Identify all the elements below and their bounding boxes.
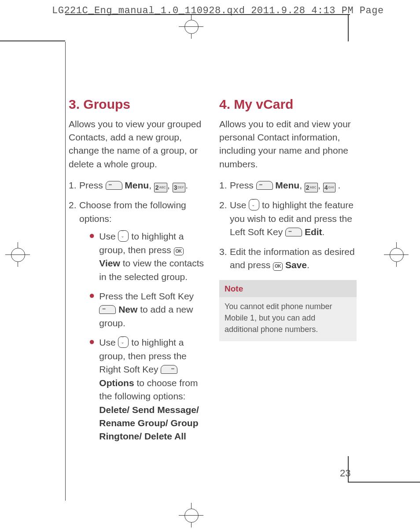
groups-step-2: 2. Choose from the following options: ● … <box>69 199 206 449</box>
key-2-icon: 2ABC <box>154 183 167 192</box>
left-soft-key-icon <box>256 181 273 190</box>
step-number: 1. <box>219 179 230 192</box>
vcard-step-2: 2. Use to highlight the feature you wish… <box>219 199 357 239</box>
bullet-dot-icon: ● <box>89 290 95 330</box>
text: . <box>322 227 325 237</box>
options-list: Delete/ Send Message/ Rename Group/ Grou… <box>99 405 199 442</box>
text: , <box>167 180 173 190</box>
groups-step-1: 1. Press Menu, 2ABC, 3DEF. <box>69 179 206 192</box>
left-soft-key-icon <box>106 181 122 190</box>
text: , <box>299 180 305 190</box>
intro-groups: Allows you to view your grouped Contacts… <box>69 118 206 171</box>
step-number: 2. <box>69 199 79 449</box>
text: Use <box>99 337 118 347</box>
bullet-dot-icon: ● <box>89 230 95 284</box>
crop-line-tr <box>348 14 349 41</box>
step-body: Press Menu, 2ABC, 3DEF. <box>79 179 206 192</box>
crop-line-top <box>65 14 350 15</box>
bullet-item: ● Use to highlight a group, then press O… <box>79 230 206 284</box>
options-label: Options <box>99 378 134 388</box>
text: , <box>149 180 154 190</box>
nav-key-icon <box>118 230 129 242</box>
step-number: 2. <box>219 199 230 239</box>
step-number: 3. <box>219 245 230 272</box>
note-body: You cannot edit phone number Mobile 1, b… <box>219 297 357 341</box>
step-body: Use to highlight the feature you wish to… <box>230 199 357 239</box>
text: Press <box>230 180 256 190</box>
text: , <box>318 180 323 190</box>
text: Use <box>230 200 249 210</box>
step-body: Press Menu, 2ABC, 4GHI . <box>230 179 357 192</box>
step-number: 1. <box>69 179 79 192</box>
nav-key-icon <box>249 199 259 210</box>
new-label: New <box>118 304 137 314</box>
column-left: 3. Groups Allows you to view your groupe… <box>69 95 206 456</box>
key-3-icon: 3DEF <box>173 183 186 192</box>
bullet-item: ● Press the Left Soft Key New to add a n… <box>79 290 206 330</box>
key-2-icon: 2ABC <box>305 183 318 192</box>
crop-tick-left-top <box>0 41 65 41</box>
crop-line-br-h <box>348 482 420 483</box>
registration-mark-bottom <box>181 505 201 525</box>
right-soft-key-icon <box>161 365 177 374</box>
crop-line-left <box>65 42 66 501</box>
text: Press <box>79 180 106 190</box>
ok-key-icon: OK <box>174 247 184 256</box>
edit-label: Edit <box>305 227 322 237</box>
text: . <box>185 180 188 190</box>
step-body: Edit the information as desired and pres… <box>230 245 357 272</box>
heading-vcard: 4. My vCard <box>219 95 357 114</box>
content-columns: 3. Groups Allows you to view your groupe… <box>69 95 359 456</box>
menu-label: Menu <box>275 180 299 190</box>
menu-label: Menu <box>125 180 149 190</box>
save-label: Save <box>285 260 307 270</box>
bullet-body: Use to highlight a group, then press OK … <box>99 230 206 284</box>
bullet-dot-icon: ● <box>89 336 95 443</box>
text: Use <box>99 231 118 241</box>
left-soft-key-icon <box>99 305 116 314</box>
note-heading: Note <box>219 280 357 298</box>
text: . <box>335 180 341 190</box>
page-number: 23 <box>340 468 350 479</box>
registration-mark-right <box>387 245 406 264</box>
left-soft-key-icon <box>285 228 302 236</box>
registration-mark-top <box>181 17 201 36</box>
text: Press the Left Soft Key <box>99 291 194 301</box>
bullet-item: ● Use to highlight a group, then press t… <box>79 336 206 443</box>
ok-key-icon: OK <box>273 262 283 271</box>
key-4-icon: 4GHI <box>323 183 335 192</box>
intro-vcard: Allows you to edit and view your persona… <box>219 118 357 171</box>
nav-key-icon <box>118 336 129 348</box>
step-body: Choose from the following options: ● Use… <box>79 199 206 449</box>
column-right: 4. My vCard Allows you to edit and view … <box>219 95 357 456</box>
registration-mark-left <box>8 245 27 264</box>
bullet-body: Press the Left Soft Key New to add a new… <box>99 290 206 330</box>
bullet-body: Use to highlight a group, then press the… <box>99 336 206 443</box>
view-label: View <box>99 258 120 268</box>
text: . <box>307 260 309 270</box>
vcard-step-1: 1. Press Menu, 2ABC, 4GHI . <box>219 179 357 192</box>
text: Choose from the following options: <box>79 200 186 223</box>
vcard-step-3: 3. Edit the information as desired and p… <box>219 245 357 272</box>
heading-groups: 3. Groups <box>69 95 206 114</box>
bullet-list: ● Use to highlight a group, then press O… <box>79 230 206 443</box>
note-box: Note You cannot edit phone number Mobile… <box>219 280 357 342</box>
